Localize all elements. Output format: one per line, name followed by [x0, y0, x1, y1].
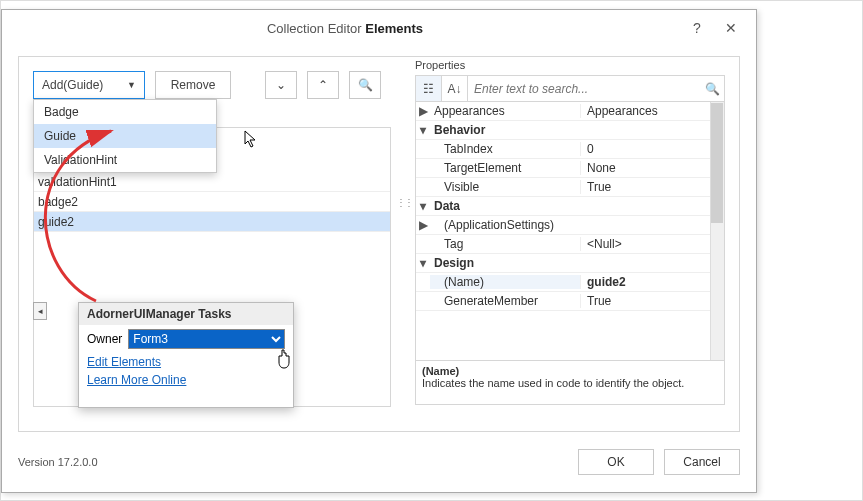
ok-button[interactable]: OK	[578, 449, 654, 475]
property-value[interactable]: <Null>	[580, 237, 724, 251]
property-grid: ☷ A↓ 🔍 ▶AppearancesAppearances▾BehaviorT…	[415, 75, 725, 405]
add-dropdown-menu: Badge Guide ValidationHint	[33, 99, 217, 173]
smart-tasks-title: AdornerUIManager Tasks	[79, 303, 293, 325]
property-row[interactable]: (Name)guide2	[416, 273, 724, 292]
expand-icon[interactable]: ▶	[416, 218, 430, 232]
search-button[interactable]: 🔍	[349, 71, 381, 99]
scrollbar-thumb[interactable]	[711, 103, 723, 223]
search-icon: 🔍	[700, 76, 724, 101]
property-grid-body[interactable]: ▶AppearancesAppearances▾BehaviorTabIndex…	[416, 102, 724, 360]
property-row[interactable]: TargetElementNone	[416, 159, 724, 178]
expand-icon[interactable]: ▶	[416, 104, 430, 118]
property-name: TargetElement	[430, 161, 580, 175]
list-item[interactable]: validationHint1	[34, 172, 390, 192]
splitter-handle[interactable]: ⋮⋮	[396, 197, 412, 208]
close-button[interactable]: ✕	[714, 16, 748, 40]
expand-icon[interactable]: ▾	[416, 123, 430, 137]
property-name: Data	[430, 199, 580, 213]
property-value[interactable]: True	[580, 180, 724, 194]
property-value[interactable]: guide2	[580, 275, 724, 289]
owner-select[interactable]: Form3	[128, 329, 285, 349]
property-search-input[interactable]	[468, 76, 700, 101]
property-name: Visible	[430, 180, 580, 194]
property-name: Behavior	[430, 123, 580, 137]
property-row[interactable]: ▶AppearancesAppearances	[416, 102, 724, 121]
titlebar: Collection Editor Elements ? ✕	[2, 10, 756, 46]
property-row[interactable]: ▶(ApplicationSettings)	[416, 216, 724, 235]
property-value[interactable]: 0	[580, 142, 724, 156]
smart-tasks-panel: AdornerUIManager Tasks Owner Form3 Edit …	[78, 302, 294, 408]
chevron-down-icon: ⌄	[276, 78, 286, 92]
smart-tag-glyph[interactable]: ◂	[33, 302, 47, 320]
chevron-down-icon: ▼	[127, 80, 136, 90]
add-label: Add(Guide)	[42, 78, 103, 92]
dialog-footer: Version 17.2.0.0 OK Cancel	[18, 446, 740, 478]
dialog-body: Add(Guide) ▼ Remove ⌄ ⌃ 🔍 Badge Guide Va…	[18, 56, 740, 432]
expand-icon[interactable]: ▾	[416, 199, 430, 213]
learn-more-link[interactable]: Learn More Online	[79, 371, 293, 389]
property-value[interactable]: Appearances	[580, 104, 724, 118]
property-category[interactable]: ▾Data	[416, 197, 724, 216]
properties-label: Properties	[415, 59, 465, 71]
property-row[interactable]: VisibleTrue	[416, 178, 724, 197]
cancel-button[interactable]: Cancel	[664, 449, 740, 475]
list-item[interactable]: guide2	[34, 212, 390, 232]
dropdown-option-badge[interactable]: Badge	[34, 100, 216, 124]
property-grid-toolbar: ☷ A↓ 🔍	[416, 76, 724, 102]
move-up-button[interactable]: ⌃	[307, 71, 339, 99]
property-name: Design	[430, 256, 580, 270]
search-icon: 🔍	[358, 78, 373, 92]
help-button[interactable]: ?	[680, 16, 714, 40]
categorized-icon: ☷	[423, 82, 434, 96]
property-name: GenerateMember	[430, 294, 580, 308]
property-category[interactable]: ▾Design	[416, 254, 724, 273]
dialog-title: Collection Editor Elements	[10, 21, 680, 36]
property-name: Tag	[430, 237, 580, 251]
categorized-view-button[interactable]: ☷	[416, 76, 442, 101]
desc-name: (Name)	[422, 365, 718, 377]
property-description: (Name) Indicates the name used in code t…	[416, 360, 724, 404]
property-name: Appearances	[430, 104, 580, 118]
scrollbar[interactable]	[710, 102, 724, 360]
desc-text: Indicates the name used in code to ident…	[422, 377, 684, 389]
property-name: (Name)	[430, 275, 580, 289]
property-value[interactable]: True	[580, 294, 724, 308]
move-down-button[interactable]: ⌄	[265, 71, 297, 99]
property-row[interactable]: GenerateMemberTrue	[416, 292, 724, 311]
expand-icon[interactable]: ▾	[416, 256, 430, 270]
dropdown-option-validationhint[interactable]: ValidationHint	[34, 148, 216, 172]
property-row[interactable]: Tag<Null>	[416, 235, 724, 254]
remove-button[interactable]: Remove	[155, 71, 231, 99]
property-row[interactable]: TabIndex0	[416, 140, 724, 159]
property-category[interactable]: ▾Behavior	[416, 121, 724, 140]
property-name: TabIndex	[430, 142, 580, 156]
owner-label: Owner	[87, 332, 122, 346]
list-item[interactable]: badge2	[34, 192, 390, 212]
edit-elements-link[interactable]: Edit Elements	[79, 353, 293, 371]
dropdown-option-guide[interactable]: Guide	[34, 124, 216, 148]
property-value[interactable]: None	[580, 161, 724, 175]
add-dropdown-button[interactable]: Add(Guide) ▼	[33, 71, 145, 99]
alphabetical-view-button[interactable]: A↓	[442, 76, 468, 101]
sort-az-icon: A↓	[447, 82, 461, 96]
collection-editor-dialog: Collection Editor Elements ? ✕ Add(Guide…	[1, 9, 757, 493]
chevron-up-icon: ⌃	[318, 78, 328, 92]
version-label: Version 17.2.0.0	[18, 456, 98, 468]
property-name: (ApplicationSettings)	[430, 218, 580, 232]
